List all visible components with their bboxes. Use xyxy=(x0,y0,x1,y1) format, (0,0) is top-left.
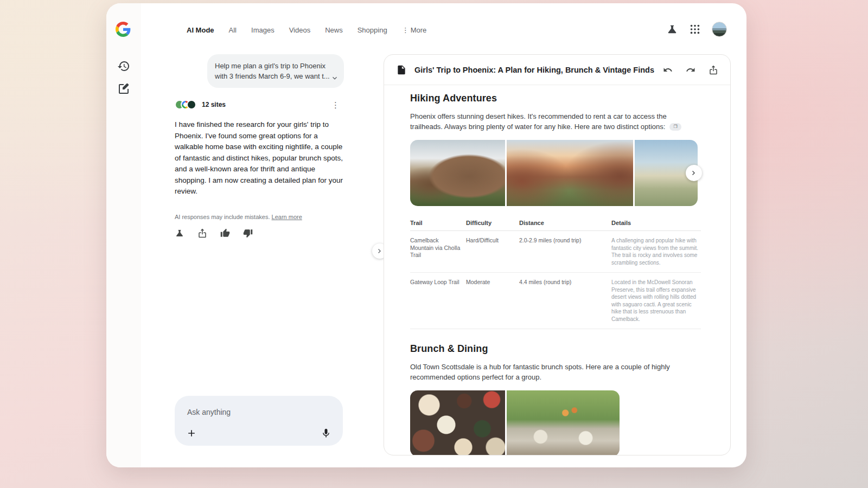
apps-grid-icon[interactable] xyxy=(689,23,701,35)
ask-anything-input[interactable]: Ask anything xyxy=(175,396,343,446)
ai-disclaimer: AI responses may include mistakes. Learn… xyxy=(175,214,344,220)
kebab-icon: ⋮ xyxy=(402,26,409,34)
hiking-table-header: Trail Difficulty Distance Details xyxy=(410,215,701,231)
response-actions xyxy=(175,228,344,238)
document-header: Girls' Trip to Phoenix: A Plan for Hikin… xyxy=(384,55,730,85)
tab-more[interactable]: ⋮More xyxy=(402,26,427,34)
trail-distance: 4.4 miles (round trip) xyxy=(519,273,607,329)
col-distance: Distance xyxy=(519,215,607,230)
microphone-icon[interactable] xyxy=(321,428,331,439)
left-rail xyxy=(106,3,141,467)
thumbs-up-icon[interactable] xyxy=(220,228,230,238)
trail-difficulty: Hard/Difficult xyxy=(466,231,515,272)
source-favicon-3 xyxy=(187,100,196,110)
new-chat-icon[interactable] xyxy=(117,82,130,95)
brunch-paragraph: Old Town Scottsdale is a hub for fantast… xyxy=(410,362,687,382)
sources-count: 12 sites xyxy=(202,101,226,108)
carousel-next-button[interactable] xyxy=(686,165,702,181)
hiking-table: Trail Difficulty Distance Details Camelb… xyxy=(410,215,701,329)
table-row: Camelback Mountain via Cholla Trail Hard… xyxy=(410,231,701,273)
trail-name: Camelback Mountain via Cholla Trail xyxy=(410,231,462,272)
trail-details: Located in the McDowell Sonoran Preserve… xyxy=(611,273,701,329)
google-logo-icon[interactable] xyxy=(116,22,131,37)
thumbs-down-icon[interactable] xyxy=(243,228,253,238)
tab-news[interactable]: News xyxy=(325,26,343,34)
tab-videos[interactable]: Videos xyxy=(289,26,311,34)
disclaimer-text: AI responses may include mistakes. xyxy=(175,214,270,220)
share-icon[interactable] xyxy=(197,228,207,238)
document-body: Hiking Adventures Phoenix offers stunnin… xyxy=(384,85,730,455)
hiking-photo-carousel xyxy=(410,140,698,206)
plan-document-panel: Girls' Trip to Phoenix: A Plan for Hikin… xyxy=(384,54,731,455)
col-difficulty: Difficulty xyxy=(466,215,515,230)
hike-photo-1[interactable] xyxy=(410,140,505,206)
redo-icon[interactable] xyxy=(686,65,695,75)
brunch-photo-2[interactable] xyxy=(507,390,620,455)
citation-chip-icon[interactable]: ❐ xyxy=(669,123,681,131)
chat-column: Help me plan a girl's trip to Phoenix wi… xyxy=(175,54,344,238)
trail-name: Gateway Loop Trail xyxy=(410,273,462,329)
app-window: AI Mode All Images Videos News Shopping … xyxy=(106,3,746,467)
hiking-heading: Hiking Adventures xyxy=(410,93,700,104)
chevron-right-icon xyxy=(375,247,384,255)
ask-anything-placeholder: Ask anything xyxy=(187,408,231,416)
response-menu-icon[interactable]: ⋮ xyxy=(331,101,340,109)
document-title: Girls' Trip to Phoenix: A Plan for Hikin… xyxy=(414,66,663,74)
sources-row[interactable]: 12 sites ⋮ xyxy=(175,100,344,110)
more-label: More xyxy=(411,26,427,34)
source-favicons xyxy=(175,100,196,110)
trail-difficulty: Moderate xyxy=(466,273,515,329)
search-nav-tabs: AI Mode All Images Videos News Shopping … xyxy=(187,26,426,34)
header-actions xyxy=(666,22,727,37)
document-page-icon xyxy=(396,65,407,75)
col-trail: Trail xyxy=(410,215,462,230)
user-query-bubble[interactable]: Help me plan a girl's trip to Phoenix wi… xyxy=(207,54,344,88)
user-query-text: Help me plan a girl's trip to Phoenix wi… xyxy=(215,62,330,80)
tab-shopping[interactable]: Shopping xyxy=(358,26,387,34)
trail-distance: 2.0-2.9 miles (round trip) xyxy=(519,231,607,272)
labs-flask-icon[interactable] xyxy=(666,23,678,35)
chevron-right-icon xyxy=(690,169,698,177)
trail-details: A challenging and popular hike with fant… xyxy=(611,231,701,272)
brunch-photo-carousel xyxy=(410,390,620,455)
experiment-flask-icon[interactable] xyxy=(175,228,184,238)
hike-photo-2[interactable] xyxy=(507,140,633,206)
history-icon[interactable] xyxy=(117,60,130,73)
hiking-paragraph: Phoenix offers stunning desert hikes. It… xyxy=(410,111,687,132)
learn-more-link[interactable]: Learn more xyxy=(272,214,302,220)
chevron-down-icon[interactable] xyxy=(330,74,339,82)
avatar[interactable] xyxy=(712,22,727,37)
export-share-icon[interactable] xyxy=(709,65,718,75)
brunch-photo-1[interactable] xyxy=(410,390,505,455)
col-details: Details xyxy=(611,215,701,230)
table-row: Gateway Loop Trail Moderate 4.4 miles (r… xyxy=(410,273,701,329)
ai-response-text: I have finished the research for your gi… xyxy=(175,119,344,197)
tab-images[interactable]: Images xyxy=(251,26,275,34)
document-actions xyxy=(663,65,718,75)
add-attachment-icon[interactable] xyxy=(186,428,197,439)
tab-ai-mode[interactable]: AI Mode xyxy=(187,26,214,34)
hiking-paragraph-text: Phoenix offers stunning desert hikes. It… xyxy=(410,112,667,131)
undo-icon[interactable] xyxy=(663,65,673,75)
tab-all[interactable]: All xyxy=(229,26,237,34)
brunch-heading: Brunch & Dining xyxy=(410,343,700,355)
